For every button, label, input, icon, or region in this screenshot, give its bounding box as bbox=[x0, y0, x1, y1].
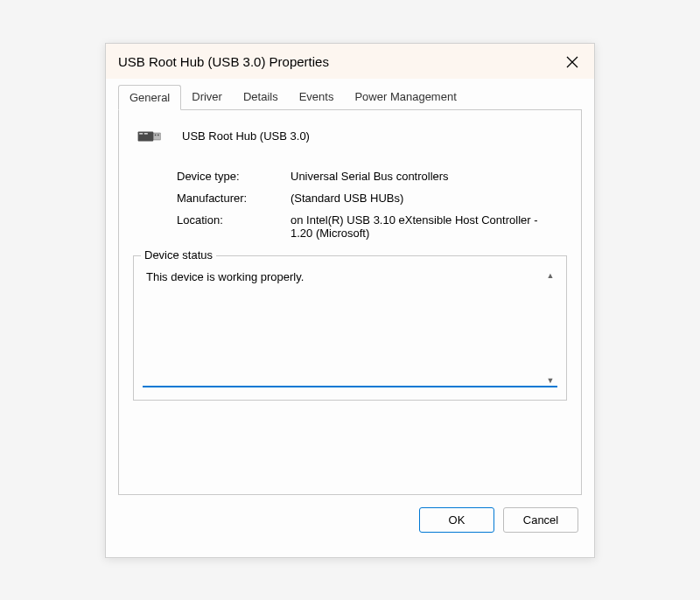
button-row: OK Cancel bbox=[118, 495, 582, 545]
close-button[interactable] bbox=[564, 54, 580, 70]
svg-rect-6 bbox=[155, 134, 157, 136]
scroll-up-icon[interactable]: ▲ bbox=[543, 269, 557, 283]
device-status-legend: Device status bbox=[141, 248, 216, 262]
info-row-type: Device type: Universal Serial Bus contro… bbox=[133, 170, 567, 183]
usb-connector-icon bbox=[136, 126, 164, 147]
device-status-box: This device is working properly. ▲ ▼ bbox=[143, 269, 557, 391]
tab-power-management[interactable]: Power Management bbox=[344, 85, 466, 110]
device-type-value: Universal Serial Bus controllers bbox=[290, 170, 567, 183]
content-area: General Driver Details Events Power Mana… bbox=[106, 79, 594, 557]
info-row-manufacturer: Manufacturer: (Standard USB HUBs) bbox=[133, 192, 567, 205]
device-type-label: Device type: bbox=[177, 170, 290, 183]
device-header: USB Root Hub (USB 3.0) bbox=[133, 126, 567, 147]
tab-panel-general: USB Root Hub (USB 3.0) Device type: Univ… bbox=[118, 110, 582, 495]
ok-button[interactable]: OK bbox=[419, 507, 494, 533]
location-label: Location: bbox=[177, 213, 290, 240]
info-row-location: Location: on Intel(R) USB 3.10 eXtensibl… bbox=[133, 213, 567, 240]
manufacturer-label: Manufacturer: bbox=[177, 192, 290, 205]
location-value: on Intel(R) USB 3.10 eXtensible Host Con… bbox=[290, 213, 567, 240]
tab-strip: General Driver Details Events Power Mana… bbox=[118, 79, 582, 110]
device-name: USB Root Hub (USB 3.0) bbox=[182, 129, 310, 143]
properties-window: USB Root Hub (USB 3.0) Properties Genera… bbox=[105, 43, 595, 558]
status-scrollbar[interactable]: ▲ ▼ bbox=[543, 269, 557, 391]
close-icon bbox=[566, 56, 578, 68]
svg-rect-5 bbox=[144, 133, 148, 135]
svg-rect-7 bbox=[158, 134, 159, 136]
svg-rect-3 bbox=[153, 133, 160, 140]
tab-details[interactable]: Details bbox=[233, 85, 289, 110]
device-status-group: Device status This device is working pro… bbox=[133, 255, 567, 401]
tab-driver[interactable]: Driver bbox=[181, 85, 233, 110]
device-status-text[interactable]: This device is working properly. bbox=[143, 269, 557, 387]
cancel-button[interactable]: Cancel bbox=[503, 507, 578, 533]
svg-rect-4 bbox=[139, 133, 143, 135]
tab-events[interactable]: Events bbox=[289, 85, 345, 110]
manufacturer-value: (Standard USB HUBs) bbox=[290, 192, 567, 205]
titlebar: USB Root Hub (USB 3.0) Properties bbox=[106, 44, 594, 79]
scroll-down-icon[interactable]: ▼ bbox=[543, 373, 557, 387]
window-title: USB Root Hub (USB 3.0) Properties bbox=[118, 54, 329, 69]
tab-general[interactable]: General bbox=[118, 85, 181, 110]
